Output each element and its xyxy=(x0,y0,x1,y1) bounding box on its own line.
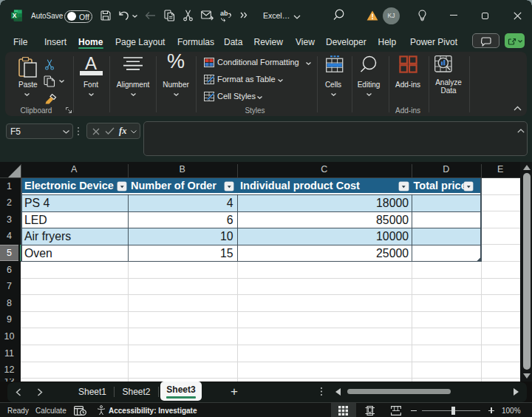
svg-text:X: X xyxy=(13,12,17,19)
svg-text:ab: ab xyxy=(220,10,228,17)
